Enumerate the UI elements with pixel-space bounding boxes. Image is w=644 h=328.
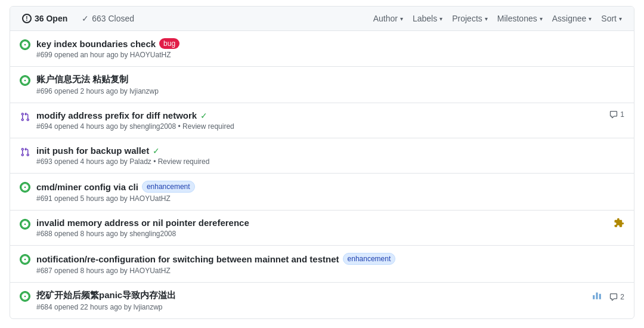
open-circle-icon: ! [22, 14, 32, 23]
issue-title-line: invalid memory address or nil pointer de… [36, 218, 604, 228]
milestones-label: Milestones [497, 14, 537, 23]
issue-title-line: cmd/miner config via cli enhancement [36, 181, 624, 193]
issue-title-line: modify address prefix for diff network ✓ [36, 110, 600, 120]
issue-right: 1 [609, 110, 624, 119]
closed-issues-btn[interactable]: ✓ 663 Closed [79, 13, 137, 24]
issue-title[interactable]: modify address prefix for diff network [36, 110, 197, 120]
issue-title[interactable]: invalid memory address or nil pointer de… [36, 218, 249, 228]
issue-opened-text: opened 22 hours ago by lvjianzwp [54, 303, 162, 311]
labels-label: Labels [413, 14, 437, 23]
issue-title[interactable]: init push for backup wallet [36, 146, 149, 156]
open-issue-icon [20, 39, 30, 50]
enhancement-badge[interactable]: enhancement [343, 253, 396, 265]
issue-title-line: notification/re-configuration for switch… [36, 253, 624, 265]
issue-opened-text: opened 4 hours ago by Paladz • Review re… [54, 157, 209, 166]
issue-number[interactable]: #684 [36, 303, 52, 311]
review-check-icon: ✓ [153, 146, 160, 156]
issue-opened-text: opened an hour ago by HAOYUatHZ [54, 51, 171, 59]
reaction-icon [592, 290, 602, 304]
sort-chevron-icon: ▾ [619, 16, 622, 22]
issue-title[interactable]: cmd/miner config via cli [36, 182, 138, 192]
issue-title-line: key index boundaries check bug [36, 38, 624, 49]
issue-number[interactable]: #688 [36, 230, 52, 238]
issue-opened-text: opened 2 hours ago by lvjianzwp [54, 87, 159, 95]
issue-meta: #684 opened 22 hours ago by lvjianzwp [36, 303, 582, 311]
sort-label: Sort [601, 14, 617, 23]
issue-title[interactable]: 账户信息无法 粘贴复制 [36, 74, 128, 85]
header-right: Author ▾ Labels ▾ Projects ▾ Milestones … [371, 13, 624, 24]
issue-number[interactable]: #691 [36, 194, 52, 203]
issue-content: invalid memory address or nil pointer de… [36, 218, 604, 238]
milestones-filter-btn[interactable]: Milestones ▾ [495, 13, 545, 24]
issue-number[interactable]: #699 [36, 51, 52, 59]
issue-meta: #687 opened 8 hours ago by HAOYUatHZ [36, 267, 624, 275]
issue-opened-text: opened 4 hours ago by shengling2008 • Re… [54, 122, 234, 131]
issue-content: modify address prefix for diff network ✓… [36, 110, 600, 131]
issue-row: invalid memory address or nil pointer de… [10, 211, 634, 246]
closed-label: 663 Closed [92, 14, 134, 23]
sort-filter-btn[interactable]: Sort ▾ [599, 13, 624, 24]
labels-chevron-icon: ▾ [439, 16, 442, 22]
open-issue-icon [20, 75, 30, 86]
comment-number: 1 [620, 110, 624, 119]
issue-number[interactable]: #694 [36, 122, 52, 131]
comment-number: 2 [620, 293, 624, 301]
open-issue-icon [20, 254, 30, 265]
open-issue-icon [20, 182, 30, 193]
issue-row: init push for backup wallet ✓ #693 opene… [10, 138, 634, 174]
bug-badge[interactable]: bug [159, 38, 179, 49]
issue-content: key index boundaries check bug #699 open… [36, 38, 624, 59]
issue-meta: #696 opened 2 hours ago by lvjianzwp [36, 87, 624, 95]
projects-chevron-icon: ▾ [485, 16, 488, 22]
issue-title-line: 挖矿开始后频繁panic导致内存溢出 [36, 290, 582, 301]
issue-opened-text: opened 8 hours ago by HAOYUatHZ [54, 267, 171, 275]
issue-right: 2 [592, 290, 624, 304]
issue-row: 账户信息无法 粘贴复制 #696 opened 2 hours ago by l… [10, 67, 634, 103]
projects-filter-btn[interactable]: Projects ▾ [450, 13, 490, 24]
issue-meta: #688 opened 8 hours ago by shengling2008 [36, 230, 604, 238]
issue-number[interactable]: #696 [36, 87, 52, 95]
assignee-filter-btn[interactable]: Assignee ▾ [550, 13, 595, 24]
issue-title[interactable]: notification/re-configuration for switch… [36, 254, 339, 264]
issue-row: key index boundaries check bug #699 open… [10, 31, 634, 67]
header-left: ! 36 Open ✓ 663 Closed [20, 13, 361, 24]
issue-content: 账户信息无法 粘贴复制 #696 opened 2 hours ago by l… [36, 74, 624, 95]
issue-meta: #694 opened 4 hours ago by shengling2008… [36, 122, 600, 131]
enhancement-badge[interactable]: enhancement [142, 181, 195, 193]
issue-title-line: init push for backup wallet ✓ [36, 146, 624, 156]
open-issue-icon [20, 291, 30, 302]
issue-content: cmd/miner config via cli enhancement #69… [36, 181, 624, 203]
issue-row: 挖矿开始后频繁panic导致内存溢出 #684 opened 22 hours … [10, 283, 634, 318]
issue-content: init push for backup wallet ✓ #693 opene… [36, 146, 624, 166]
issue-opened-text: opened 5 hours ago by HAOYUatHZ [54, 194, 171, 203]
issue-title-line: 账户信息无法 粘贴复制 [36, 74, 624, 85]
issue-number[interactable]: #687 [36, 267, 52, 275]
issue-meta: #699 opened an hour ago by HAOYUatHZ [36, 51, 624, 59]
comment-count[interactable]: 1 [609, 110, 624, 119]
issue-number[interactable]: #693 [36, 157, 52, 166]
issues-header: ! 36 Open ✓ 663 Closed Author ▾ Labels ▾… [10, 7, 634, 31]
issues-list: key index boundaries check bug #699 open… [10, 31, 634, 318]
open-issues-btn[interactable]: ! 36 Open [20, 13, 70, 24]
issue-row: cmd/miner config via cli enhancement #69… [10, 174, 634, 211]
svg-rect-0 [593, 295, 595, 299]
svg-rect-2 [599, 294, 601, 299]
author-label: Author [373, 14, 398, 23]
pr-icon [20, 147, 30, 157]
open-label: 36 Open [35, 14, 67, 23]
comment-count[interactable]: 2 [609, 293, 624, 301]
issue-content: notification/re-configuration for switch… [36, 253, 624, 275]
issue-content: 挖矿开始后频繁panic导致内存溢出 #684 opened 22 hours … [36, 290, 582, 311]
issue-row: modify address prefix for diff network ✓… [10, 103, 634, 138]
issue-meta: #693 opened 4 hours ago by Paladz • Revi… [36, 157, 624, 166]
issue-title[interactable]: 挖矿开始后频繁panic导致内存溢出 [36, 290, 176, 301]
issue-row: notification/re-configuration for switch… [10, 246, 634, 283]
labels-filter-btn[interactable]: Labels ▾ [410, 13, 445, 24]
issues-container: ! 36 Open ✓ 663 Closed Author ▾ Labels ▾… [10, 6, 634, 319]
issue-title[interactable]: key index boundaries check [36, 39, 156, 49]
check-icon: ✓ [82, 14, 89, 23]
issue-opened-text: opened 8 hours ago by shengling2008 [54, 230, 176, 238]
author-chevron-icon: ▾ [400, 16, 403, 22]
projects-label: Projects [452, 14, 482, 23]
author-filter-btn[interactable]: Author ▾ [371, 13, 405, 24]
